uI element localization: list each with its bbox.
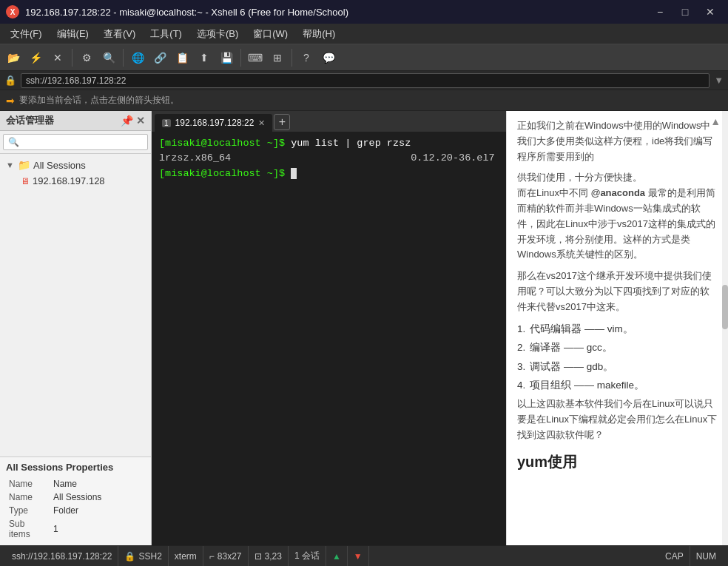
tree-session-item[interactable]: 🖥 192.168.197.128 <box>0 173 151 189</box>
doc-para-1: 正如我们之前在Windows中使用的Windows中我们大多使用类似这样方便程，… <box>517 118 718 164</box>
menu-tabs[interactable]: 选项卡(B) <box>189 25 246 43</box>
sb-sessions-text: 1 会话 <box>294 550 320 562</box>
sb-address: ssh://192.168.197.128:22 <box>6 546 118 566</box>
menu-bar: 文件(F) 编辑(E) 查看(V) 工具(T) 选项卡(B) 窗口(W) 帮助(… <box>0 24 728 44</box>
prop-subitems-label: Sub items <box>6 517 50 541</box>
session-search-input[interactable] <box>3 134 148 150</box>
table-row: Name Name <box>6 477 145 491</box>
session-header-icons: 📌 ✕ <box>121 115 145 127</box>
dimensions-icon: ⌐ <box>209 551 215 562</box>
terminal-area[interactable]: [misaki@localhost ~]$ yum list | grep rz… <box>152 132 506 545</box>
table-row: Type Folder <box>6 504 145 517</box>
term-prompt-2: [misaki@localhost ~]$ <box>159 168 291 179</box>
window-controls: − □ ✕ <box>648 1 722 22</box>
folder-icon: 📁 <box>18 159 30 171</box>
tab-close-icon[interactable]: ✕ <box>258 118 265 128</box>
doc-scrollbar-track <box>722 111 728 545</box>
doc-scrollbar-thumb[interactable] <box>722 285 728 329</box>
window-title: 192.168.197.128:22 - misaki@localhost:~ … <box>25 7 648 18</box>
doc-para-3: 那么在vs2017这个继承开发环境中提供我们使用呢？可以大致分为以下四项找到了对… <box>517 269 718 314</box>
menu-edit[interactable]: 编辑(E) <box>50 25 96 43</box>
tb-search[interactable]: 🔍 <box>98 47 119 68</box>
add-tab-button[interactable]: + <box>274 114 290 130</box>
tb-keyboard[interactable]: ⌨ <box>245 47 266 68</box>
sb-num: NUM <box>690 546 722 566</box>
session-panel-title: 会话管理器 <box>6 114 54 127</box>
terminal-tab-1[interactable]: 1 192.168.197.128:22 ✕ <box>155 114 272 132</box>
info-bar: ➡ 要添加当前会话，点击左侧的箭头按钮。 <box>0 90 728 111</box>
term-cmd: yum list | grep rzsz <box>291 138 411 149</box>
expand-icon: ▼ <box>6 161 15 169</box>
session-header: 会话管理器 📌 ✕ <box>0 111 151 131</box>
list-num: 1. <box>517 321 525 337</box>
list-text: 代码编辑器 —— vim。 <box>530 321 633 337</box>
app-icon: X <box>6 5 19 18</box>
props-panel: All Sessions Properties Name Name Name A… <box>0 456 151 545</box>
tb-layout[interactable]: ⊞ <box>267 47 288 68</box>
menu-window[interactable]: 窗口(W) <box>246 25 295 43</box>
minimize-button[interactable]: − <box>648 1 672 22</box>
tb-link[interactable]: 🔗 <box>149 47 170 68</box>
tb-sep3 <box>240 49 241 67</box>
prop-name-value2: All Sessions <box>50 491 145 504</box>
tb-new-session[interactable]: 📂 <box>3 47 24 68</box>
term-line-3: [misaki@localhost ~]$ <box>159 166 499 181</box>
prop-name-label2: Name <box>6 491 50 504</box>
prop-name-value: Name <box>50 477 145 491</box>
toolbar: 📂 ⚡ ✕ ⚙ 🔍 🌐 🔗 📋 ⬆ 💾 ⌨ ⊞ ? 💬 <box>0 44 728 71</box>
doc-list-item-4: 4.项目组织 —— makefile。 <box>517 377 718 394</box>
sb-dimensions: ⌐ 83x27 <box>203 546 249 566</box>
list-num: 4. <box>517 377 525 394</box>
pin-icon[interactable]: 📌 <box>121 115 133 127</box>
tb-sep2 <box>123 49 124 67</box>
sb-ssh: 🔒 SSH2 <box>118 546 168 566</box>
lock-icon: 🔒 <box>124 551 135 562</box>
tb-save[interactable]: 💾 <box>216 47 237 68</box>
list-num: 3. <box>517 359 525 375</box>
sb-cursor-text: 3,23 <box>265 551 282 562</box>
address-input[interactable] <box>21 73 710 88</box>
menu-view[interactable]: 查看(V) <box>96 25 143 43</box>
lock-icon: 🔒 <box>4 75 16 86</box>
sb-dimensions-text: 83x27 <box>218 551 242 562</box>
tb-disconnect[interactable]: ✕ <box>47 47 68 68</box>
sb-address-text: ssh://192.168.197.128:22 <box>12 551 112 562</box>
tree-all-sessions[interactable]: ▼ 📁 All Sessions <box>0 157 151 173</box>
doc-para-2: 供我们使用，十分方便快捷。而在Linux中不同 @anaconda 最常的是利用… <box>517 170 718 263</box>
session-panel: 会话管理器 📌 ✕ ▼ 📁 All Sessions 🖥 192.168.197… <box>0 111 152 545</box>
doc-list-item-1: 1.代码编辑器 —— vim。 <box>517 321 718 337</box>
cursor-icon: ⊡ <box>255 551 262 562</box>
tb-connect[interactable]: ⚡ <box>25 47 46 68</box>
session-tree: ▼ 📁 All Sessions 🖥 192.168.197.128 <box>0 154 151 456</box>
menu-tools[interactable]: 工具(T) <box>143 25 189 43</box>
tb-settings[interactable]: ⚙ <box>76 47 97 68</box>
list-text: 编译器 —— gcc。 <box>530 340 613 356</box>
prop-type-value: Folder <box>50 504 145 517</box>
tb-sep1 <box>72 49 73 67</box>
doc-scroll-up-button[interactable]: ▲ <box>710 115 721 127</box>
session-icon: 🖥 <box>21 176 30 186</box>
close-session-panel-icon[interactable]: ✕ <box>136 115 145 127</box>
term-line-1: [misaki@localhost ~]$ yum list | grep rz… <box>159 136 499 151</box>
tb-chat[interactable]: 💬 <box>318 47 339 68</box>
tab-label: 192.168.197.128:22 <box>175 118 255 128</box>
menu-help[interactable]: 帮助(H) <box>295 25 343 43</box>
sb-sessions: 1 会话 <box>289 546 326 566</box>
prop-subitems-value: 1 <box>50 517 145 541</box>
download-icon: ▼ <box>354 551 363 562</box>
maximize-button[interactable]: □ <box>673 1 697 22</box>
tb-help[interactable]: ? <box>296 47 317 68</box>
list-text: 调试器 —— gdb。 <box>530 359 613 375</box>
tb-network[interactable]: 🌐 <box>127 47 148 68</box>
doc-panel: ▲ 正如我们之前在Windows中使用的Windows中我们大多使用类似这样方便… <box>506 111 728 545</box>
close-button[interactable]: ✕ <box>698 1 722 22</box>
tab-num: 1 <box>162 119 171 127</box>
menu-file[interactable]: 文件(F) <box>3 25 50 43</box>
tb-upload[interactable]: ⬆ <box>194 47 215 68</box>
tb-sep4 <box>291 49 292 67</box>
tb-clipboard[interactable]: 📋 <box>172 47 192 68</box>
props-table: Name Name Name All Sessions Type Folder … <box>6 477 145 541</box>
sb-xterm: xterm <box>169 546 203 566</box>
dropdown-icon[interactable]: ▼ <box>714 75 724 86</box>
doc-list-item-2: 2.编译器 —— gcc。 <box>517 340 718 356</box>
